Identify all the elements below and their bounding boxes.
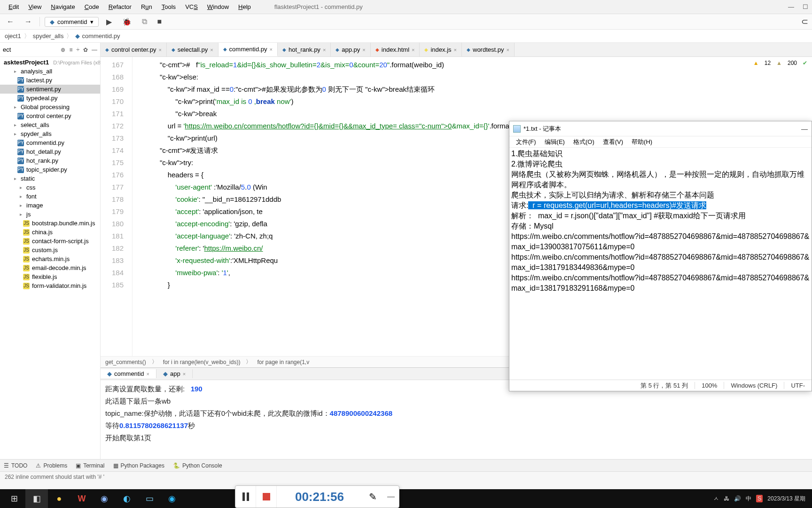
taskbar-app[interactable]: W [70, 489, 93, 508]
tree-item-topic_spider-py[interactable]: PYtopic_spider.py [0, 165, 100, 174]
tree-item-echarts-min-js[interactable]: JSecharts.min.js [0, 254, 100, 263]
expand-icon[interactable]: ≡ [69, 47, 72, 53]
tree-item-commentid-py[interactable]: PYcommentid.py [0, 138, 100, 147]
tray-ime-icon[interactable]: 中 [746, 495, 751, 503]
menu-run[interactable]: Run [136, 1, 157, 12]
start-button[interactable]: ⊞ [3, 489, 25, 508]
tree-item-hot_rank-py[interactable]: PYhot_rank.py [0, 156, 100, 165]
run-with-coverage-button[interactable]: ⧉ [139, 16, 150, 27]
recorder-minimize-icon[interactable]: — [383, 492, 399, 501]
editor-tab[interactable]: ◆control center.py× [101, 43, 167, 56]
code-crumb[interactable]: for page in range(1,v [257, 359, 309, 365]
gutter[interactable]: 1671681691701711721731741751761771781791… [101, 57, 133, 356]
tree-item-image[interactable]: ▸image [0, 201, 100, 210]
menu-view[interactable]: View [23, 1, 46, 12]
window-minimize-icon[interactable]: — [788, 3, 794, 10]
stop-button[interactable]: ■ [155, 16, 165, 27]
close-icon[interactable]: × [323, 47, 326, 53]
window-maximize-icon[interactable]: ☐ [803, 3, 808, 10]
editor-tab[interactable]: ◆app.py× [331, 43, 370, 56]
tree-item-email-decode-min-js[interactable]: JSemail-decode.min.js [0, 263, 100, 272]
settings-icon[interactable]: ✿ [83, 47, 88, 53]
taskbar-app[interactable]: ▭ [138, 489, 161, 508]
notepad-minimize-icon[interactable]: — [801, 125, 808, 133]
inspection-widget[interactable]: ▲12 ▲200 ✔ [753, 60, 807, 66]
notepad-menu-item[interactable]: 格式(O) [570, 137, 598, 147]
tree-item-analysis_all[interactable]: ▸analysis_all [0, 67, 100, 76]
nav-back-button[interactable]: ← [4, 16, 17, 27]
menu-vcs[interactable]: VCS [180, 1, 203, 12]
nav-forward-button[interactable]: → [22, 16, 35, 27]
screen-recorder[interactable]: 00:21:56 ✎ — [235, 485, 399, 508]
editor-tab[interactable]: ◆selectall.py× [167, 43, 219, 56]
hide-icon[interactable]: — [92, 47, 97, 53]
pen-icon[interactable]: ✎ [362, 491, 383, 502]
run-config-selector[interactable]: ◆ commentid ▾ [45, 17, 99, 27]
notepad-titlebar[interactable]: *1.txt - 记事本 — [509, 121, 812, 136]
tree-item-sentiment-py[interactable]: PYsentiment.py [0, 85, 100, 94]
search-everywhere-icon[interactable]: ⊂ [801, 16, 808, 27]
notepad-body[interactable]: 1.爬虫基础知识2.微博评论爬虫网络爬虫（又被称为网页蜘蛛，网络机器人），是一种… [509, 148, 812, 380]
menu-code[interactable]: Code [80, 1, 104, 12]
close-icon[interactable]: × [270, 47, 273, 52]
tool-tab-terminal[interactable]: ▣Terminal [76, 462, 104, 469]
notepad-menu-item[interactable]: 编辑(E) [541, 137, 569, 147]
taskbar-clock[interactable]: 2023/3/13 星期 [767, 495, 805, 502]
tool-tab-python-packages[interactable]: ▦Python Packages [113, 462, 164, 469]
console-output[interactable]: 距离设置爬取数量，还剩: 190此话题下最后一条wbtopic_name:保护动… [101, 380, 812, 459]
close-icon[interactable]: × [183, 371, 186, 377]
tree-item-select_alls[interactable]: ▸select_alls [0, 120, 100, 129]
breadcrumb-item[interactable]: spyder_alls [33, 32, 64, 40]
tool-tab-python-console[interactable]: 🐍Python Console [173, 462, 222, 469]
code-crumb[interactable]: for i in range(len(v_weibo_ids)) [163, 359, 241, 365]
editor-tab[interactable]: ◆commentid.py× [219, 43, 278, 56]
close-icon[interactable]: × [362, 47, 365, 53]
menu-help[interactable]: Help [234, 1, 256, 12]
editor-tab[interactable]: ◆hot_rank.py× [278, 43, 331, 56]
editor-tab[interactable]: ◆index.js× [420, 43, 462, 56]
tray-ime2-icon[interactable]: S [756, 495, 763, 502]
stop-button[interactable] [256, 486, 277, 508]
tree-item-spyder_alls[interactable]: ▸spyder_alls [0, 129, 100, 138]
tree-item-flexible-js[interactable]: JSflexible.js [0, 272, 100, 281]
menu-navigate[interactable]: Navigate [46, 1, 79, 12]
tree-item-hot_detall-py[interactable]: PYhot_detall.py [0, 147, 100, 156]
tree-item-Global-processing[interactable]: ▸Global processing [0, 103, 100, 111]
tree-item-css[interactable]: ▸css [0, 183, 100, 192]
taskbar-app[interactable]: ◧ [25, 489, 48, 508]
tree-item-bootstrap-bundle-min-js[interactable]: JSbootstrap.bundle.min.js [0, 219, 100, 228]
close-icon[interactable]: × [506, 47, 509, 53]
tree-item-custom-js[interactable]: JScustom.js [0, 246, 100, 254]
notepad-menu-item[interactable]: 查看(V) [599, 137, 627, 147]
tree-item-form-validator-min-js[interactable]: JSform-validator.min.js [0, 281, 100, 290]
close-icon[interactable]: × [412, 47, 414, 53]
menu-tools[interactable]: Tools [157, 1, 180, 12]
taskbar-app[interactable]: ◐ [116, 489, 138, 508]
tree-item-control-center-py[interactable]: PYcontrol center.py [0, 111, 100, 120]
editor-tab[interactable]: ◆wordtest.py× [462, 43, 515, 56]
console-tab[interactable]: ◆app× [156, 369, 193, 378]
tree-item-font[interactable]: ▸font [0, 192, 100, 201]
tree-item-typedeal-py[interactable]: PYtypedeal.py [0, 94, 100, 103]
run-button[interactable]: ▶ [103, 16, 115, 28]
locate-icon[interactable]: ⊕ [61, 47, 65, 53]
tool-tab-problems[interactable]: ⚠Problems [36, 462, 67, 469]
menu-window[interactable]: Window [203, 1, 234, 12]
collapse-icon[interactable]: ÷ [76, 47, 79, 53]
tree-item-static[interactable]: ▸static [0, 174, 100, 183]
project-root[interactable]: asktestProject1D:\Program Files (x8 [0, 58, 100, 67]
taskbar-app[interactable]: ◉ [93, 489, 116, 508]
tray-network-icon[interactable]: 🖧 [724, 495, 729, 502]
menu-edit[interactable]: Edit [4, 1, 23, 12]
tray-chevron-icon[interactable]: ㅅ [713, 495, 719, 503]
taskbar-app[interactable]: ◉ [161, 489, 183, 508]
project-tree[interactable]: asktestProject1D:\Program Files (x8 ▸ana… [0, 57, 100, 459]
tray-volume-icon[interactable]: 🔊 [734, 495, 741, 502]
breadcrumb-item[interactable]: ◆ commentid.py [75, 32, 120, 40]
taskbar-app[interactable]: ● [48, 489, 70, 508]
menu-refactor[interactable]: Refactor [104, 1, 136, 12]
pause-button[interactable] [235, 486, 256, 508]
tree-item-lactest-py[interactable]: PYlactest.py [0, 76, 100, 85]
notepad-menu-item[interactable]: 帮助(H) [628, 137, 656, 147]
code-crumb[interactable]: get_comments() [105, 359, 146, 365]
